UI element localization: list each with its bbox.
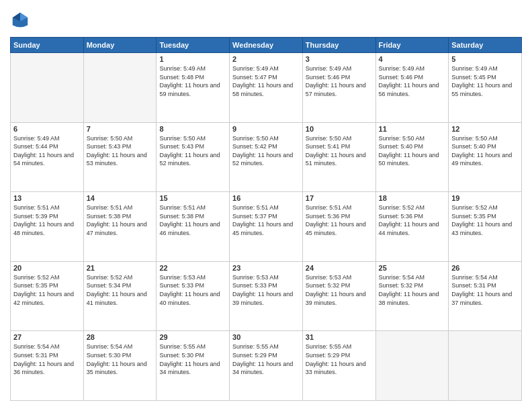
day-info: Sunrise: 5:51 AMSunset: 5:37 PMDaylight:… xyxy=(232,203,300,237)
day-info: Sunrise: 5:50 AMSunset: 5:42 PMDaylight:… xyxy=(232,134,300,168)
calendar-cell: 26Sunrise: 5:54 AMSunset: 5:31 PMDayligh… xyxy=(449,261,522,331)
day-number: 26 xyxy=(451,264,519,272)
calendar-cell: 15Sunrise: 5:51 AMSunset: 5:38 PMDayligh… xyxy=(157,192,230,262)
calendar-cell: 28Sunrise: 5:54 AMSunset: 5:30 PMDayligh… xyxy=(83,331,157,401)
day-number: 20 xyxy=(13,264,81,272)
calendar-week-row: 20Sunrise: 5:52 AMSunset: 5:35 PMDayligh… xyxy=(11,261,522,331)
calendar-cell: 4Sunrise: 5:49 AMSunset: 5:46 PMDaylight… xyxy=(375,53,449,123)
day-number: 9 xyxy=(232,125,300,133)
day-info: Sunrise: 5:49 AMSunset: 5:45 PMDaylight:… xyxy=(451,64,519,98)
day-info: Sunrise: 5:51 AMSunset: 5:39 PMDaylight:… xyxy=(13,203,81,237)
day-info: Sunrise: 5:50 AMSunset: 5:40 PMDaylight:… xyxy=(379,134,446,168)
day-number: 10 xyxy=(306,125,373,133)
day-number: 27 xyxy=(13,333,81,341)
calendar-cell: 11Sunrise: 5:50 AMSunset: 5:40 PMDayligh… xyxy=(375,122,449,192)
header xyxy=(10,10,522,30)
day-number: 25 xyxy=(379,264,446,272)
calendar-header-saturday: Saturday xyxy=(449,38,522,53)
calendar-cell: 29Sunrise: 5:55 AMSunset: 5:30 PMDayligh… xyxy=(157,331,230,401)
day-number: 5 xyxy=(451,55,519,63)
calendar-week-row: 6Sunrise: 5:49 AMSunset: 5:44 PMDaylight… xyxy=(11,122,522,192)
day-number: 28 xyxy=(87,333,154,341)
calendar-cell xyxy=(449,331,522,401)
calendar-week-row: 1Sunrise: 5:49 AMSunset: 5:48 PMDaylight… xyxy=(11,53,522,123)
day-info: Sunrise: 5:55 AMSunset: 5:29 PMDaylight:… xyxy=(306,342,373,376)
calendar-header-wednesday: Wednesday xyxy=(230,38,303,53)
day-info: Sunrise: 5:49 AMSunset: 5:46 PMDaylight:… xyxy=(306,64,373,98)
day-info: Sunrise: 5:50 AMSunset: 5:43 PMDaylight:… xyxy=(159,134,226,168)
day-info: Sunrise: 5:50 AMSunset: 5:40 PMDaylight:… xyxy=(451,134,519,168)
day-number: 8 xyxy=(159,125,226,133)
day-number: 17 xyxy=(306,194,373,202)
day-number: 22 xyxy=(159,264,226,272)
calendar-cell xyxy=(83,53,157,123)
day-number: 13 xyxy=(13,194,81,202)
calendar-cell: 18Sunrise: 5:52 AMSunset: 5:36 PMDayligh… xyxy=(375,192,449,262)
day-info: Sunrise: 5:53 AMSunset: 5:33 PMDaylight:… xyxy=(159,273,226,307)
day-number: 2 xyxy=(232,55,300,63)
day-info: Sunrise: 5:55 AMSunset: 5:30 PMDaylight:… xyxy=(159,342,226,376)
calendar-cell: 3Sunrise: 5:49 AMSunset: 5:46 PMDaylight… xyxy=(302,53,375,123)
day-info: Sunrise: 5:49 AMSunset: 5:46 PMDaylight:… xyxy=(379,64,446,98)
day-number: 11 xyxy=(379,125,446,133)
calendar-cell: 22Sunrise: 5:53 AMSunset: 5:33 PMDayligh… xyxy=(157,261,230,331)
day-number: 30 xyxy=(232,333,300,341)
calendar-header-row: SundayMondayTuesdayWednesdayThursdayFrid… xyxy=(11,38,522,53)
calendar-cell: 5Sunrise: 5:49 AMSunset: 5:45 PMDaylight… xyxy=(449,53,522,123)
calendar-cell: 21Sunrise: 5:52 AMSunset: 5:34 PMDayligh… xyxy=(83,261,157,331)
logo-icon xyxy=(10,10,30,30)
logo xyxy=(10,10,33,30)
day-number: 16 xyxy=(232,194,300,202)
day-number: 19 xyxy=(451,194,519,202)
calendar-cell: 6Sunrise: 5:49 AMSunset: 5:44 PMDaylight… xyxy=(11,122,84,192)
day-info: Sunrise: 5:51 AMSunset: 5:38 PMDaylight:… xyxy=(87,203,154,237)
day-number: 7 xyxy=(87,125,154,133)
day-info: Sunrise: 5:52 AMSunset: 5:35 PMDaylight:… xyxy=(451,203,519,237)
calendar-cell: 23Sunrise: 5:53 AMSunset: 5:33 PMDayligh… xyxy=(230,261,303,331)
calendar-cell: 14Sunrise: 5:51 AMSunset: 5:38 PMDayligh… xyxy=(83,192,157,262)
day-number: 23 xyxy=(232,264,300,272)
day-info: Sunrise: 5:54 AMSunset: 5:30 PMDaylight:… xyxy=(87,342,154,376)
calendar-cell: 10Sunrise: 5:50 AMSunset: 5:41 PMDayligh… xyxy=(302,122,375,192)
day-info: Sunrise: 5:50 AMSunset: 5:43 PMDaylight:… xyxy=(87,134,154,168)
calendar-cell: 8Sunrise: 5:50 AMSunset: 5:43 PMDaylight… xyxy=(157,122,230,192)
day-info: Sunrise: 5:52 AMSunset: 5:36 PMDaylight:… xyxy=(379,203,446,237)
day-number: 6 xyxy=(13,125,81,133)
day-number: 15 xyxy=(159,194,226,202)
calendar-cell: 24Sunrise: 5:53 AMSunset: 5:32 PMDayligh… xyxy=(302,261,375,331)
calendar-table: SundayMondayTuesdayWednesdayThursdayFrid… xyxy=(10,37,522,401)
day-info: Sunrise: 5:54 AMSunset: 5:31 PMDaylight:… xyxy=(451,273,519,307)
calendar-header-thursday: Thursday xyxy=(302,38,375,53)
day-info: Sunrise: 5:53 AMSunset: 5:33 PMDaylight:… xyxy=(232,273,300,307)
day-number: 4 xyxy=(379,55,446,63)
calendar-cell: 7Sunrise: 5:50 AMSunset: 5:43 PMDaylight… xyxy=(83,122,157,192)
calendar-week-row: 13Sunrise: 5:51 AMSunset: 5:39 PMDayligh… xyxy=(11,192,522,262)
calendar-cell: 27Sunrise: 5:54 AMSunset: 5:31 PMDayligh… xyxy=(11,331,84,401)
day-number: 3 xyxy=(306,55,373,63)
calendar-cell: 25Sunrise: 5:54 AMSunset: 5:32 PMDayligh… xyxy=(375,261,449,331)
day-info: Sunrise: 5:50 AMSunset: 5:41 PMDaylight:… xyxy=(306,134,373,168)
day-number: 21 xyxy=(87,264,154,272)
calendar-cell: 13Sunrise: 5:51 AMSunset: 5:39 PMDayligh… xyxy=(11,192,84,262)
calendar-cell: 2Sunrise: 5:49 AMSunset: 5:47 PMDaylight… xyxy=(230,53,303,123)
calendar-header-friday: Friday xyxy=(375,38,449,53)
calendar-header-tuesday: Tuesday xyxy=(157,38,230,53)
day-number: 14 xyxy=(87,194,154,202)
calendar-cell: 1Sunrise: 5:49 AMSunset: 5:48 PMDaylight… xyxy=(157,53,230,123)
day-info: Sunrise: 5:49 AMSunset: 5:44 PMDaylight:… xyxy=(13,134,81,168)
day-info: Sunrise: 5:55 AMSunset: 5:29 PMDaylight:… xyxy=(232,342,300,376)
calendar-cell xyxy=(375,331,449,401)
calendar-header-sunday: Sunday xyxy=(11,38,84,53)
calendar-cell: 12Sunrise: 5:50 AMSunset: 5:40 PMDayligh… xyxy=(449,122,522,192)
calendar-cell: 16Sunrise: 5:51 AMSunset: 5:37 PMDayligh… xyxy=(230,192,303,262)
calendar-cell: 31Sunrise: 5:55 AMSunset: 5:29 PMDayligh… xyxy=(302,331,375,401)
day-number: 31 xyxy=(306,333,373,341)
calendar-week-row: 27Sunrise: 5:54 AMSunset: 5:31 PMDayligh… xyxy=(11,331,522,401)
calendar-cell xyxy=(11,53,84,123)
day-number: 18 xyxy=(379,194,446,202)
day-info: Sunrise: 5:52 AMSunset: 5:34 PMDaylight:… xyxy=(87,273,154,307)
day-info: Sunrise: 5:51 AMSunset: 5:38 PMDaylight:… xyxy=(159,203,226,237)
calendar-cell: 20Sunrise: 5:52 AMSunset: 5:35 PMDayligh… xyxy=(11,261,84,331)
day-number: 24 xyxy=(306,264,373,272)
day-info: Sunrise: 5:52 AMSunset: 5:35 PMDaylight:… xyxy=(13,273,81,307)
